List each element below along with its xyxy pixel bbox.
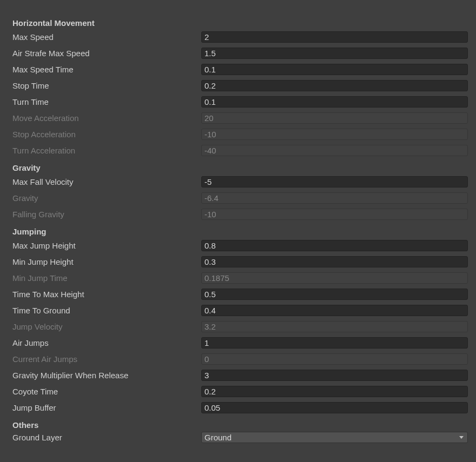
section-header-gravity: Gravity bbox=[12, 163, 471, 172]
row-time-to-max-height: Time To Max Height bbox=[12, 289, 471, 299]
row-current-air-jumps: Current Air Jumps bbox=[12, 353, 471, 364]
input-coyote-time[interactable] bbox=[201, 386, 468, 397]
label-gravity-mult-release[interactable]: Gravity Multiplier When Release bbox=[12, 371, 201, 379]
input-current-air-jumps bbox=[201, 353, 468, 365]
label-falling-gravity: Falling Gravity bbox=[12, 210, 201, 218]
row-ground-layer: Ground Layer Ground bbox=[12, 432, 471, 443]
row-air-strafe: Air Strafe Max Speed bbox=[12, 48, 471, 58]
label-coyote-time[interactable]: Coyote Time bbox=[12, 387, 201, 396]
row-jump-buffer: Jump Buffer bbox=[12, 402, 471, 413]
label-ground-layer: Ground Layer bbox=[12, 433, 201, 441]
label-move-accel: Move Acceleration bbox=[12, 114, 201, 122]
row-coyote-time: Coyote Time bbox=[12, 386, 471, 397]
label-jump-buffer[interactable]: Jump Buffer bbox=[12, 404, 201, 412]
input-gravity bbox=[201, 192, 468, 204]
row-gravity-mult-release: Gravity Multiplier When Release bbox=[12, 370, 471, 380]
label-turn-accel: Turn Acceleration bbox=[12, 146, 201, 155]
label-jump-velocity: Jump Velocity bbox=[12, 323, 201, 331]
input-turn-time[interactable] bbox=[201, 96, 468, 108]
input-time-to-max-height[interactable] bbox=[201, 289, 468, 300]
row-air-jumps: Air Jumps bbox=[12, 337, 471, 348]
input-move-accel bbox=[201, 112, 468, 124]
label-air-strafe[interactable]: Air Strafe Max Speed bbox=[12, 49, 201, 57]
chevron-down-icon bbox=[459, 436, 464, 439]
label-turn-time[interactable]: Turn Time bbox=[12, 98, 201, 106]
label-max-fall-vel[interactable]: Max Fall Velocity bbox=[12, 178, 201, 186]
section-header-others: Others bbox=[12, 420, 471, 430]
label-min-jump-time: Min Jump Time bbox=[12, 274, 201, 282]
row-jump-velocity: Jump Velocity bbox=[12, 321, 471, 332]
row-stop-time: Stop Time bbox=[12, 80, 471, 91]
label-time-to-max-height[interactable]: Time To Max Height bbox=[12, 290, 201, 298]
input-jump-velocity bbox=[201, 321, 468, 332]
label-max-speed[interactable]: Max Speed bbox=[12, 33, 201, 41]
label-stop-time[interactable]: Stop Time bbox=[12, 82, 201, 90]
input-stop-time[interactable] bbox=[201, 80, 468, 91]
row-turn-time: Turn Time bbox=[12, 96, 471, 107]
row-max-jump-height: Max Jump Height bbox=[12, 240, 471, 251]
label-current-air-jumps: Current Air Jumps bbox=[12, 355, 201, 363]
input-max-jump-height[interactable] bbox=[201, 240, 468, 251]
row-move-accel: Move Acceleration bbox=[12, 112, 471, 123]
label-stop-accel: Stop Acceleration bbox=[12, 130, 201, 138]
label-min-jump-height[interactable]: Min Jump Height bbox=[12, 258, 201, 266]
dropdown-ground-layer[interactable]: Ground bbox=[201, 432, 468, 443]
input-air-strafe[interactable] bbox=[201, 48, 468, 59]
input-falling-gravity bbox=[201, 209, 468, 220]
row-falling-gravity: Falling Gravity bbox=[12, 209, 471, 219]
input-time-to-ground[interactable] bbox=[201, 305, 468, 316]
input-gravity-mult-release[interactable] bbox=[201, 370, 468, 381]
row-gravity: Gravity bbox=[12, 192, 471, 203]
input-min-jump-height[interactable] bbox=[201, 256, 468, 267]
input-stop-accel bbox=[201, 129, 468, 140]
label-air-jumps[interactable]: Air Jumps bbox=[12, 339, 201, 347]
input-turn-accel bbox=[201, 145, 468, 156]
row-max-speed: Max Speed bbox=[12, 31, 471, 42]
section-header-horizontal: Horizontal Movement bbox=[12, 18, 471, 28]
row-min-jump-time: Min Jump Time bbox=[12, 272, 471, 283]
row-time-to-ground: Time To Ground bbox=[12, 305, 471, 316]
input-air-jumps[interactable] bbox=[201, 337, 468, 349]
row-max-fall-vel: Max Fall Velocity bbox=[12, 176, 471, 187]
label-max-speed-time[interactable]: Max Speed Time bbox=[12, 65, 201, 73]
row-stop-accel: Stop Acceleration bbox=[12, 129, 471, 139]
label-time-to-ground[interactable]: Time To Ground bbox=[12, 306, 201, 314]
input-jump-buffer[interactable] bbox=[201, 402, 468, 413]
section-header-jumping: Jumping bbox=[12, 227, 471, 236]
input-min-jump-time bbox=[201, 272, 468, 284]
label-gravity: Gravity bbox=[12, 194, 201, 202]
input-max-speed-time[interactable] bbox=[201, 64, 468, 75]
dropdown-ground-layer-value: Ground bbox=[204, 433, 232, 442]
input-max-fall-vel[interactable] bbox=[201, 176, 468, 188]
row-max-speed-time: Max Speed Time bbox=[12, 64, 471, 75]
label-max-jump-height[interactable]: Max Jump Height bbox=[12, 242, 201, 250]
input-max-speed[interactable] bbox=[201, 31, 468, 43]
row-min-jump-height: Min Jump Height bbox=[12, 256, 471, 267]
row-turn-accel: Turn Acceleration bbox=[12, 145, 471, 156]
